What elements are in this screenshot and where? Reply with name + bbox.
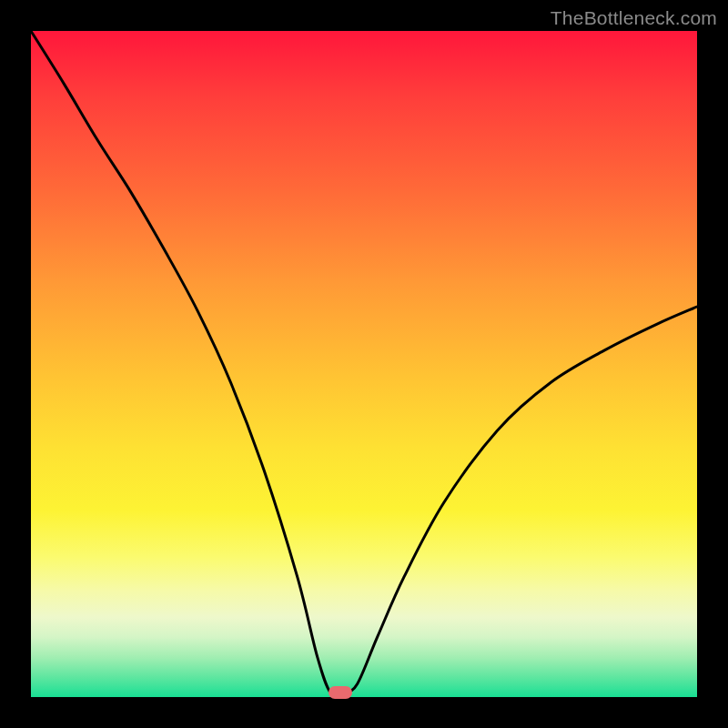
watermark: TheBottleneck.com — [551, 7, 717, 29]
plot-area — [31, 31, 697, 697]
optimum-marker — [329, 686, 352, 699]
chart-root: TheBottleneck.com — [0, 0, 728, 728]
bottleneck-curve — [31, 31, 697, 697]
